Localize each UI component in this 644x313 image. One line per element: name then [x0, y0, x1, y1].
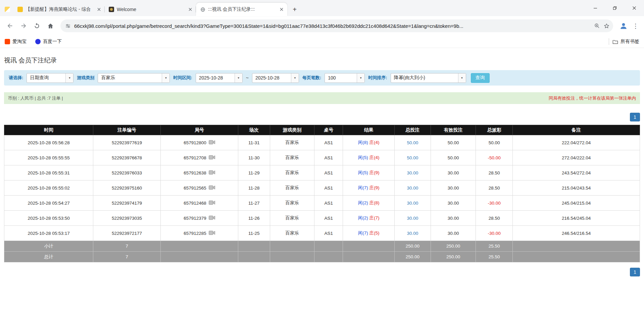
bookmark-baidu[interactable]: 百度一下: [35, 39, 62, 45]
table-header-row: 时间 注单编号 局号 场次 游戏类别 桌号 结果 总投注 有效投注 总派彩 备注: [4, 125, 640, 135]
back-icon[interactable]: [3, 19, 17, 33]
date-to-select[interactable]: 2025-10-28 ▼: [252, 73, 299, 83]
video-icon[interactable]: [209, 170, 215, 176]
tab-close-icon[interactable]: [96, 6, 102, 12]
window-icon: [5, 7, 10, 12]
video-icon[interactable]: [209, 200, 215, 206]
result-cell: 闲(2) 庄(8): [343, 196, 394, 211]
table-row: 2025-10-28 05:54:27 522923974179 6579124…: [4, 196, 640, 211]
valid-bet-cell: 30.00: [431, 226, 476, 241]
total-bet-link[interactable]: 30.00: [407, 170, 418, 175]
session-cell: 11-28: [238, 180, 270, 196]
bookmark-label: 百度一下: [43, 39, 62, 45]
video-icon[interactable]: [209, 230, 215, 236]
result-cell: 闲(7) 庄(5): [343, 226, 394, 241]
pagination-bottom: 1: [4, 268, 640, 276]
summary-notice: 同局有效投注，统一计算在该局第一张注单内: [549, 95, 636, 101]
session-cell: 11-29: [238, 165, 270, 180]
forward-icon[interactable]: [17, 19, 30, 33]
session-cell: 11-27: [238, 196, 270, 211]
video-icon[interactable]: [209, 215, 215, 221]
game-cell: 百家乐: [270, 196, 314, 211]
subtotal-row: 小计 7 250.00 250.00 25.50: [4, 241, 640, 252]
new-tab-button[interactable]: +: [290, 5, 299, 14]
table-no-cell: AS1: [314, 180, 343, 196]
page-number-button[interactable]: 1: [630, 268, 640, 276]
bookmark-aitaobao[interactable]: 爱淘宝: [5, 39, 27, 45]
tab-welcome[interactable]: Welcome: [105, 3, 196, 16]
sort-label: 时间排序:: [368, 75, 387, 81]
tab-close-icon[interactable]: [187, 6, 193, 12]
total-bet-cell: 50.00: [394, 135, 431, 150]
session-cell: 11-26: [238, 211, 270, 226]
video-icon[interactable]: [209, 185, 215, 191]
tab-forum[interactable]: 【新提醒】海燕策略论坛 - 综合: [13, 3, 105, 16]
all-bookmarks-label: 所有书签: [621, 39, 639, 45]
note-cell: 216.54/245.04: [513, 211, 640, 226]
total-bet-link[interactable]: 30.00: [407, 216, 418, 221]
browser-menu-icon[interactable]: ⋮: [631, 19, 641, 33]
profile-avatar[interactable]: [618, 20, 629, 32]
total-bet-link[interactable]: 30.00: [407, 231, 418, 236]
time-cell: 2025-10-28 05:53:17: [4, 226, 93, 241]
zoom-icon[interactable]: [594, 23, 600, 29]
tab-close-icon[interactable]: [279, 6, 285, 12]
baidu-icon: [35, 39, 41, 44]
close-button[interactable]: [625, 0, 644, 16]
valid-bet-cell: 30.00: [431, 196, 476, 211]
video-icon[interactable]: [209, 155, 215, 161]
query-type-select[interactable]: 日期查询 ▼: [27, 73, 73, 83]
game-type-select[interactable]: 百家乐 ▼: [98, 73, 170, 83]
bookmark-star-icon[interactable]: [603, 23, 610, 29]
home-icon[interactable]: [44, 19, 57, 33]
video-icon[interactable]: [209, 140, 215, 146]
total-valid-bet: 250.00: [431, 252, 476, 262]
per-page-value: 100: [325, 75, 357, 81]
minimize-button[interactable]: [586, 0, 605, 16]
col-header-valid-bet: 有效投注: [431, 125, 476, 135]
total-bet-link[interactable]: 30.00: [407, 201, 418, 206]
restore-button[interactable]: [605, 0, 625, 16]
bet-records-table: 时间 注单编号 局号 场次 游戏类别 桌号 结果 总投注 有效投注 总派彩 备注…: [4, 125, 640, 262]
date-from-select[interactable]: 2025-10-28 ▼: [196, 73, 243, 83]
tab-bet-records[interactable]: :::视讯 会员下注纪录:::: [196, 3, 287, 16]
chevron-down-icon[interactable]: ▼: [291, 73, 299, 83]
payout-cell: -30.00: [476, 196, 513, 211]
col-header-result: 结果: [343, 125, 394, 135]
result-cell: 闲(8) 庄(4): [343, 135, 394, 150]
tab-title: 【新提醒】海燕策略论坛 - 综合: [26, 6, 93, 12]
site-settings-icon[interactable]: [65, 23, 71, 29]
all-bookmarks-button[interactable]: 所有书签: [612, 39, 639, 45]
sort-select[interactable]: 降幂(由大到小) ▼: [391, 73, 466, 83]
chevron-down-icon[interactable]: ▼: [235, 73, 242, 83]
currency-summary: 币别 : 人民币 | 总共 :7 注单 |: [8, 95, 63, 101]
chevron-down-icon[interactable]: ▼: [357, 73, 364, 83]
forum-favicon-icon: [17, 7, 23, 12]
search-button[interactable]: 查询: [471, 73, 490, 83]
chevron-down-icon[interactable]: ▼: [162, 73, 169, 83]
url-bar[interactable]: 66cxkj98.com/ipl/portal.php/game/betreco…: [60, 19, 613, 32]
chevron-down-icon[interactable]: ▼: [458, 73, 466, 83]
page-content: 视讯 会员下注纪录 请选择: 日期查询 ▼ 游戏类别 百家乐 ▼ 时间区间: 2…: [0, 56, 644, 276]
sort-value: 降幂(由大到小): [391, 75, 458, 81]
total-bet-cell: 50.00: [394, 150, 431, 165]
filter-bar: 请选择: 日期查询 ▼ 游戏类别 百家乐 ▼ 时间区间: 2025-10-28 …: [4, 70, 640, 86]
time-cell: 2025-10-28 05:54:27: [4, 196, 93, 211]
window-controls: [586, 0, 644, 16]
total-bet-link[interactable]: 30.00: [407, 186, 418, 191]
total-bet-link[interactable]: 50.00: [407, 155, 418, 160]
per-page-select[interactable]: 100 ▼: [325, 73, 365, 83]
note-cell: 222.04/272.04: [513, 135, 640, 150]
tab-strip: 【新提醒】海燕策略论坛 - 综合 Welcome :::视讯 会员下注纪录:::…: [0, 0, 644, 16]
col-header-note: 备注: [513, 125, 640, 135]
col-header-game-type: 游戏类别: [270, 125, 314, 135]
table-no-cell: AS1: [314, 211, 343, 226]
reload-icon[interactable]: [30, 19, 44, 33]
game-cell: 百家乐: [270, 180, 314, 196]
query-type-value: 日期查询: [27, 75, 65, 81]
page-number-button[interactable]: 1: [630, 113, 640, 121]
chevron-down-icon[interactable]: ▼: [65, 73, 73, 83]
url-text[interactable]: 66cxkj98.com/ipl/portal.php/game/betreco…: [74, 23, 591, 29]
total-bet-link[interactable]: 50.00: [407, 140, 418, 145]
total-payout: 25.50: [476, 252, 513, 262]
